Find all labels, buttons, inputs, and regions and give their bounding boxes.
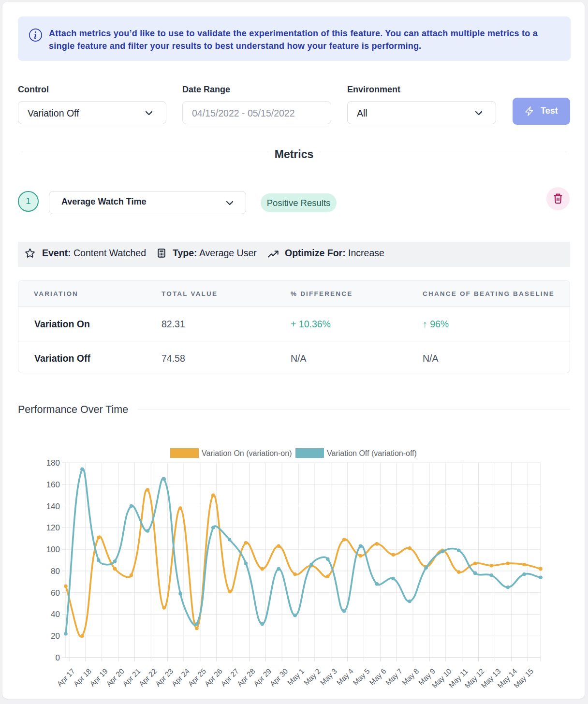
svg-text:120: 120	[46, 523, 60, 532]
svg-text:140: 140	[46, 502, 60, 511]
svg-text:May 5: May 5	[351, 667, 371, 687]
svg-text:May 4: May 4	[335, 667, 355, 687]
svg-text:Apr 23: Apr 23	[154, 667, 175, 688]
svg-text:Apr 26: Apr 26	[203, 667, 224, 688]
svg-text:40: 40	[51, 610, 60, 619]
svg-text:160: 160	[46, 480, 60, 489]
svg-text:May 6: May 6	[368, 667, 387, 687]
svg-text:Variation On (variation-on): Variation On (variation-on)	[202, 449, 292, 457]
svg-text:180: 180	[46, 458, 60, 468]
svg-text:Apr 24: Apr 24	[170, 667, 191, 688]
svg-text:0: 0	[56, 653, 60, 662]
svg-text:100: 100	[46, 545, 60, 554]
svg-text:May 8: May 8	[400, 667, 420, 687]
svg-text:Apr 30: Apr 30	[268, 667, 290, 688]
svg-text:Apr 25: Apr 25	[186, 667, 207, 688]
svg-text:20: 20	[51, 631, 60, 641]
svg-text:60: 60	[51, 588, 60, 598]
svg-text:Apr 27: Apr 27	[219, 667, 240, 688]
svg-text:Apr 21: Apr 21	[121, 667, 142, 688]
svg-text:Apr 29: Apr 29	[252, 667, 273, 688]
svg-text:Variation Off (variation-off): Variation Off (variation-off)	[327, 449, 417, 457]
svg-text:Apr 19: Apr 19	[88, 667, 109, 688]
svg-text:Apr 20: Apr 20	[104, 667, 126, 688]
svg-text:Apr 18: Apr 18	[72, 667, 93, 688]
svg-text:May 2: May 2	[302, 667, 322, 687]
svg-text:May 3: May 3	[319, 667, 338, 687]
svg-text:Apr 17: Apr 17	[55, 667, 76, 688]
svg-text:May 7: May 7	[384, 667, 404, 687]
svg-text:80: 80	[51, 567, 60, 576]
svg-text:Apr 28: Apr 28	[235, 667, 257, 688]
svg-text:May 1: May 1	[286, 667, 306, 687]
svg-text:Apr 22: Apr 22	[137, 667, 159, 688]
